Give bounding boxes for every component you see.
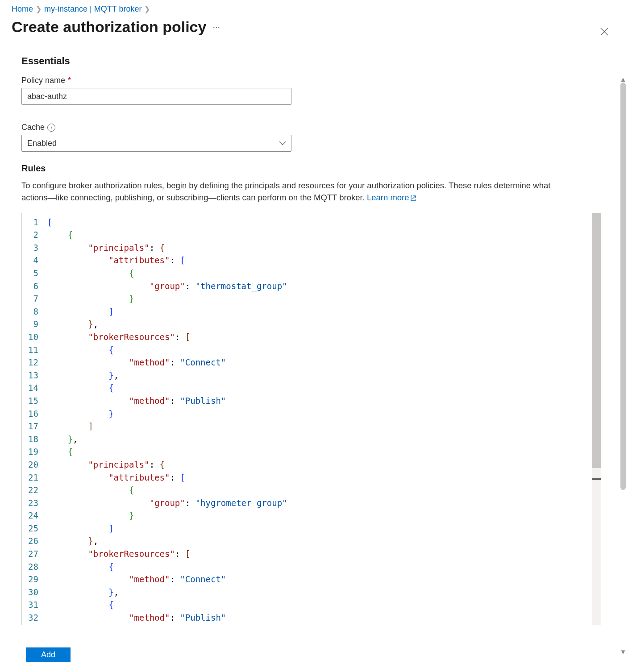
breadcrumb: Home ❯ my-instance | MQTT broker ❯ xyxy=(0,0,628,16)
more-actions-button[interactable]: ··· xyxy=(206,22,226,32)
chevron-right-icon: ❯ xyxy=(144,5,150,13)
editor-code[interactable]: [ { "principals": { "attributes": [ { "g… xyxy=(46,213,601,625)
breadcrumb-instance[interactable]: my-instance | MQTT broker xyxy=(44,4,141,14)
required-indicator: * xyxy=(68,76,71,85)
learn-more-link[interactable]: Learn more xyxy=(367,193,416,202)
page-scrollbar[interactable]: ▲ ▼ xyxy=(620,76,626,655)
scroll-up-icon[interactable]: ▲ xyxy=(620,76,627,83)
editor-gutter: 1234567891011121314151617181920212223242… xyxy=(22,213,46,625)
chevron-right-icon: ❯ xyxy=(36,5,42,13)
page-scrollbar-thumb[interactable] xyxy=(620,83,626,490)
cache-select[interactable]: Enabled xyxy=(21,135,291,152)
rules-json-editor[interactable]: 1234567891011121314151617181920212223242… xyxy=(21,213,601,625)
policy-name-input[interactable] xyxy=(21,88,291,105)
close-icon xyxy=(600,27,609,36)
scrollbar-marker xyxy=(592,478,601,480)
page-title: Create authorization policy xyxy=(12,18,206,36)
editor-scrollbar[interactable] xyxy=(592,213,601,625)
cache-label: Cache xyxy=(21,123,45,132)
info-icon[interactable]: i xyxy=(47,124,55,132)
add-button[interactable]: Add xyxy=(26,647,71,662)
external-link-icon xyxy=(410,193,416,205)
essentials-heading: Essentials xyxy=(21,55,601,67)
scrollbar-thumb[interactable] xyxy=(592,213,601,469)
policy-name-label: Policy name xyxy=(21,76,65,85)
breadcrumb-home[interactable]: Home xyxy=(12,4,33,14)
rules-heading: Rules xyxy=(21,163,601,174)
close-button[interactable] xyxy=(599,26,610,37)
cache-select-value: Enabled xyxy=(27,139,57,148)
scroll-down-icon[interactable]: ▼ xyxy=(620,648,627,655)
rules-description: To configure broker authorization rules,… xyxy=(21,180,557,205)
